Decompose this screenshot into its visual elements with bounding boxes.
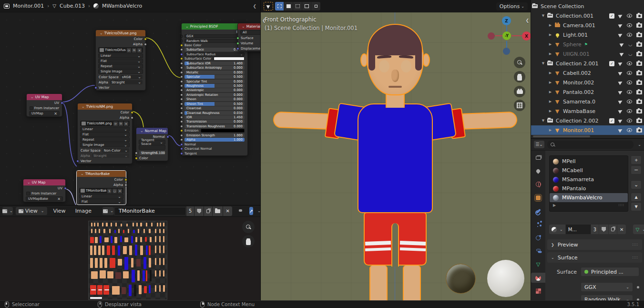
input-socket[interactable] bbox=[180, 71, 183, 74]
animate-dot[interactable] bbox=[637, 286, 639, 288]
output-input-row[interactable]: Surface bbox=[238, 35, 261, 41]
properties-search-input[interactable] bbox=[547, 141, 634, 149]
select-box-intersect-button[interactable] bbox=[311, 2, 320, 10]
expand-icon[interactable]: ▼ bbox=[540, 62, 546, 65]
image-mode-dropdown[interactable]: View⌄ bbox=[16, 207, 47, 215]
image-users-button[interactable]: 5 bbox=[186, 206, 194, 216]
input-socket[interactable] bbox=[180, 84, 183, 87]
selectable-toggle-icon[interactable] bbox=[618, 128, 624, 133]
selectable-toggle-icon[interactable] bbox=[618, 32, 624, 38]
expand-icon[interactable]: ▶ bbox=[547, 128, 553, 132]
shader-parameter-row[interactable]: Metallic Metallic0.000 Metallic⌄ bbox=[182, 70, 247, 74]
selectable-toggle-icon[interactable] bbox=[618, 80, 624, 85]
refresh-icon[interactable]: ⟳ bbox=[127, 48, 131, 52]
outliner-row[interactable]: ▶ Pantalo.002 ⚑ ✓ bbox=[531, 87, 644, 97]
users-count[interactable]: 5 bbox=[107, 189, 112, 193]
input-socket[interactable] bbox=[180, 147, 183, 150]
shader-parameter-row[interactable]: Roughness Roughness0.500 Roughness⌄ bbox=[182, 83, 247, 88]
output-input-row[interactable]: Volume bbox=[238, 41, 261, 46]
color-output-socket[interactable] bbox=[131, 111, 133, 114]
input-socket[interactable] bbox=[180, 138, 183, 141]
image-name-field[interactable]: TMonitorBake bbox=[114, 207, 186, 216]
properties-tab[interactable] bbox=[531, 273, 545, 283]
input-socket[interactable] bbox=[180, 53, 183, 56]
interpolation-dropdown[interactable]: Linear⌄ bbox=[80, 127, 130, 132]
visibility-eye-icon[interactable] bbox=[627, 23, 632, 27]
input-socket[interactable] bbox=[180, 120, 183, 123]
vector-input-socket[interactable] bbox=[94, 86, 97, 89]
input-socket[interactable] bbox=[180, 93, 183, 96]
selectable-toggle-icon[interactable] bbox=[618, 13, 624, 19]
render-visibility-icon[interactable] bbox=[636, 23, 642, 28]
copy-icon[interactable]: ⧉ bbox=[132, 48, 136, 52]
new-material-copy-button[interactable] bbox=[609, 225, 617, 234]
properties-tab[interactable] bbox=[531, 179, 545, 189]
input-socket[interactable] bbox=[180, 40, 183, 42]
image-datablock-selector[interactable]: TVelcroDifuse.png⟳⧉✕ bbox=[98, 47, 143, 53]
shader-parameter-row[interactable]: Subsurface Radius Subsurface Radius Subs… bbox=[182, 52, 247, 56]
render-visibility-icon[interactable] bbox=[636, 62, 642, 66]
copy-icon[interactable]: ⧉ bbox=[119, 122, 123, 126]
interpolation-dropdown[interactable]: Linear⌄ bbox=[98, 53, 143, 58]
breadcrumb-object[interactable]: Monitor.001 bbox=[13, 3, 44, 9]
shader-parameter-row[interactable]: Anisotropic Rotation Anisotropic Rotatio… bbox=[182, 92, 247, 97]
select-box-extend-button[interactable] bbox=[284, 2, 293, 10]
projection-dropdown[interactable]: Flat⌄ bbox=[98, 59, 143, 63]
render-visibility-icon[interactable] bbox=[636, 71, 642, 75]
fake-user-shield-button[interactable] bbox=[194, 206, 204, 216]
input-socket[interactable] bbox=[180, 125, 183, 128]
shader-parameter-row[interactable]: Subsurface IOR Subsurface IOR1.400 Subsu… bbox=[182, 61, 247, 65]
visibility-eye-icon[interactable] bbox=[627, 100, 632, 103]
dropdown[interactable]: Random Walk⌄ bbox=[184, 39, 245, 43]
hdri-preview-sphere[interactable] bbox=[446, 264, 476, 294]
shader-parameter-row[interactable]: Emission Strength Emission Strength1.000… bbox=[182, 133, 247, 137]
color-input-socket[interactable] bbox=[135, 157, 138, 160]
image-browse-button[interactable]: ⌄ bbox=[102, 207, 114, 215]
zoom-button[interactable]: ＋ bbox=[514, 57, 525, 68]
fake-user-shield-button[interactable] bbox=[599, 225, 608, 234]
input-socket[interactable] bbox=[180, 62, 183, 65]
gizmo-axis-z-neg[interactable] bbox=[503, 48, 510, 55]
expand-icon[interactable]: ▼ bbox=[540, 14, 546, 18]
shader-parameter-row[interactable]: Transmission Roughness Transmission Roug… bbox=[182, 124, 247, 128]
input-socket[interactable] bbox=[180, 116, 183, 119]
projection-dropdown[interactable]: Flat⌄ bbox=[79, 199, 123, 204]
expand-icon[interactable]: ▶ bbox=[547, 109, 553, 113]
input-socket[interactable] bbox=[180, 44, 183, 47]
input-socket[interactable] bbox=[180, 48, 183, 51]
properties-tab[interactable] bbox=[531, 166, 545, 176]
sss-method-dropdown[interactable]: Random Walk⌄ bbox=[581, 295, 633, 300]
unlink-image-button[interactable]: ✕ bbox=[223, 206, 232, 216]
pan-button[interactable] bbox=[514, 71, 525, 82]
alpha-mode-dropdown[interactable]: Straight⌄ bbox=[110, 80, 143, 84]
shader-parameter-row[interactable]: Sheen Sheen0.000 Sheen⌄ bbox=[182, 97, 247, 102]
outliner-row[interactable]: ▶ Monitor.001 ⚑ ✓ bbox=[531, 125, 644, 135]
collapse-icon[interactable]: ⌄ bbox=[27, 180, 31, 185]
collapse-icon[interactable]: ⌄ bbox=[140, 129, 143, 133]
render-visibility-icon[interactable] bbox=[636, 90, 642, 94]
shader-parameter-row[interactable]: Tangent Tangent Tangent⌄ bbox=[182, 151, 247, 155]
outliner-row[interactable]: ▶ Sphere ⚑ ✓ bbox=[531, 40, 644, 49]
source-dropdown[interactable]: Single Image⌄ bbox=[80, 143, 130, 147]
duplicate-image-button[interactable] bbox=[204, 206, 212, 216]
expand-icon[interactable]: ▶ bbox=[547, 100, 553, 103]
expand-icon[interactable]: ▶ bbox=[547, 33, 553, 37]
baked-texture-atlas[interactable] bbox=[88, 221, 167, 300]
outliner-row[interactable]: ▶ Samarreta.0 ⚑ ✓ bbox=[531, 97, 644, 106]
input-socket[interactable] bbox=[180, 143, 183, 146]
gizmo-axis-x-neg[interactable] bbox=[488, 32, 495, 40]
input-socket[interactable] bbox=[180, 134, 183, 137]
alpha-mode-dropdown[interactable]: Straight⌄ bbox=[92, 154, 129, 158]
selectable-toggle-icon[interactable] bbox=[618, 109, 624, 114]
render-visibility-icon[interactable] bbox=[636, 128, 642, 133]
menu-image[interactable]: Image bbox=[72, 208, 95, 214]
projection-dropdown[interactable]: Flat⌄ bbox=[80, 132, 130, 137]
outliner-row[interactable]: Scene Collection ⚑ ✓ bbox=[531, 1, 644, 11]
selectable-toggle-icon[interactable] bbox=[620, 42, 625, 47]
input-socket[interactable] bbox=[180, 35, 183, 38]
outliner-row[interactable]: ▶ Light.001 ⚑ ✓ bbox=[531, 30, 644, 40]
uv-output-socket[interactable] bbox=[61, 102, 63, 104]
expand-icon[interactable]: ▶ bbox=[547, 42, 553, 46]
extension-dropdown[interactable]: Repeat⌄ bbox=[80, 137, 130, 142]
colorspace-dropdown[interactable]: Non-Color⌄ bbox=[102, 148, 129, 153]
